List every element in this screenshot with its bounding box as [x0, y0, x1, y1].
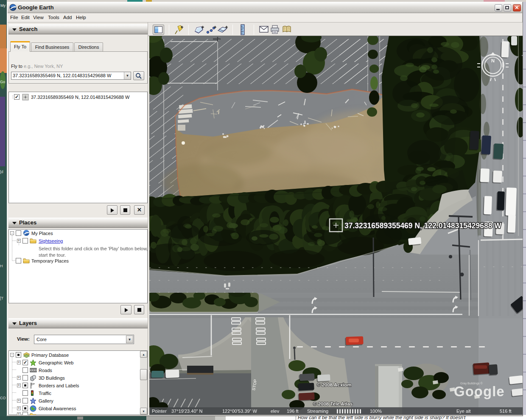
- svg-text:516 ft: 516 ft: [500, 409, 512, 414]
- svg-text:elev: elev: [271, 409, 280, 414]
- svg-text:Streaming: Streaming: [307, 409, 328, 414]
- svg-text:Google: Google: [454, 384, 505, 399]
- svg-text:© 2008 Acxiom: © 2008 Acxiom: [317, 382, 352, 387]
- svg-text:100%: 100%: [370, 409, 382, 414]
- svg-text:Eye alt: Eye alt: [456, 409, 471, 414]
- svg-text:122°00'53.39" W: 122°00'53.39" W: [222, 409, 257, 414]
- svg-text:© 2008 Tele Atlas: © 2008 Tele Atlas: [313, 401, 353, 406]
- svg-text:Pointer: Pointer: [152, 409, 167, 414]
- svg-text:N: N: [491, 58, 495, 63]
- svg-text:37°19'23.40" N: 37°19'23.40" N: [171, 409, 202, 414]
- svg-text:37.32316589355469 N, 122.01483: 37.32316589355469 N, 122.0148315429688 W: [344, 221, 501, 230]
- svg-text:196 ft: 196 ft: [287, 409, 299, 414]
